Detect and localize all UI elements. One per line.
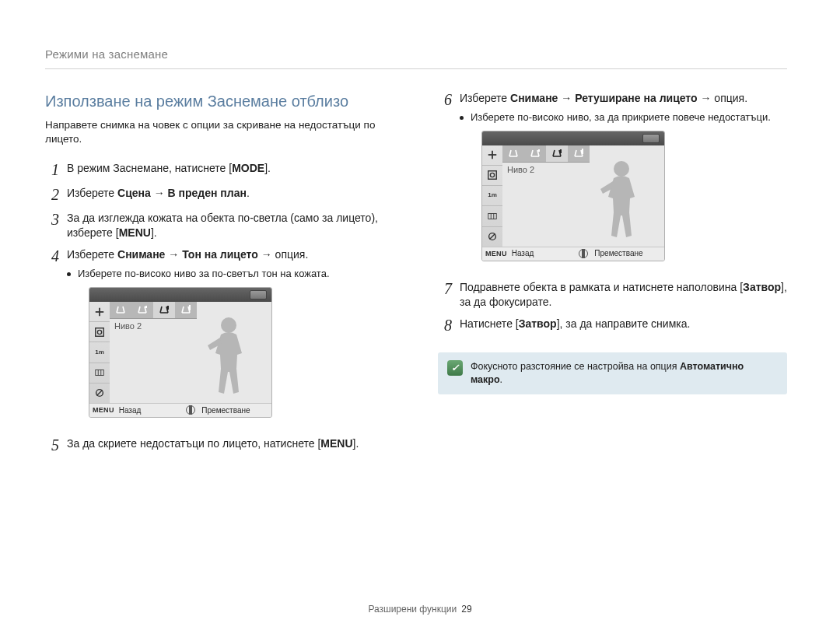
status-chip-icon: [250, 290, 267, 299]
svg-rect-4: [96, 370, 104, 376]
svg-line-21: [490, 234, 495, 240]
level-bar: [502, 145, 590, 163]
step-number: 6: [438, 91, 452, 271]
step-text: Подравнете обекта в рамката и натиснете …: [460, 281, 787, 308]
level-1-icon: [131, 302, 153, 318]
back-label: Назад: [119, 405, 142, 416]
step-number: 1: [45, 161, 59, 178]
lcd-main: 1m Ниво 2: [482, 145, 664, 247]
svg-rect-23: [560, 149, 562, 153]
svg-point-3: [97, 330, 101, 334]
step-text: Натиснете [Затвор], за да направите сним…: [460, 317, 690, 330]
svg-point-25: [614, 161, 629, 177]
svg-point-16: [490, 173, 494, 177]
page: Режими на заснемане Използване на режим …: [0, 0, 840, 634]
camera-screen: 1m Ниво 2: [89, 287, 272, 418]
intro-text: Направете снимка на човек с опции за скр…: [45, 118, 394, 146]
note-text: Фокусното разстояние се настройва на опц…: [471, 360, 778, 387]
step-number: 7: [438, 280, 452, 310]
bullet: Изберете по-високо ниво за по-светъл тон…: [67, 267, 394, 281]
shutter-button-label: Затвор: [519, 317, 557, 330]
svg-rect-15: [488, 171, 497, 180]
step-number: 4: [45, 247, 59, 428]
svg-rect-2: [96, 328, 104, 336]
svg-point-12: [221, 317, 236, 333]
level-0-icon: [110, 302, 131, 318]
column-left: Използване на режим Заснемане отблизо На…: [45, 91, 394, 461]
step-6: 6 Изберете Снимане → Ретуширане на лицет…: [438, 91, 787, 271]
subject-silhouette-icon: [203, 314, 254, 398]
lcd-canvas: Ниво 2: [110, 302, 271, 403]
svg-line-8: [97, 391, 103, 396]
section-title: Използване на режим Заснемане отблизо: [45, 91, 394, 112]
lcd-canvas: Ниво 2: [502, 145, 664, 247]
step-number: 5: [45, 436, 59, 454]
step-text: Изберете Снимане → Тон на лицето → опция…: [67, 248, 308, 261]
step-text: В режим Заснемане, натиснете [MODE].: [67, 162, 271, 174]
off-icon: [89, 384, 110, 403]
step-5: 5 За да скриете недостатъци по лицето, н…: [45, 436, 394, 454]
exposure-icon: [89, 302, 110, 322]
step-7: 7 Подравнете обекта в рамката и натиснет…: [438, 280, 787, 310]
move-label: Преместване: [594, 248, 642, 259]
step-3: 3 За да изглежда кожата на обекта по-све…: [45, 211, 394, 240]
distance-icon: 1m: [482, 186, 502, 206]
step-bullets: Изберете по-високо ниво за по-светъл тон…: [67, 267, 394, 281]
page-footer: Разширени функции 29: [0, 603, 840, 615]
lcd-top-bar: [89, 288, 271, 302]
level-3-icon: [568, 145, 590, 162]
nav-icon: [579, 249, 588, 258]
svg-rect-9: [145, 306, 147, 308]
menu-button-label: MENU: [119, 226, 151, 239]
face-detect-icon: [89, 322, 110, 342]
level-2-icon: [546, 145, 568, 162]
level-2-icon: [153, 302, 175, 318]
svg-rect-1: [99, 307, 100, 316]
lcd-bottom-bar: MENU Назад Преместване: [89, 403, 271, 417]
svg-rect-24: [582, 149, 583, 154]
step-2: 2 Изберете Сцена → В преден план.: [45, 186, 394, 203]
face-detect-icon: [482, 166, 502, 186]
step-number: 2: [45, 186, 59, 203]
step-1: 1 В режим Заснемане, натиснете [MODE].: [45, 161, 394, 178]
info-icon: ✓: [447, 360, 463, 376]
step-text: За да изглежда кожата на обекта по-светл…: [67, 212, 378, 239]
step-text: Изберете Сцена → В преден план.: [67, 187, 250, 199]
level-1-icon: [524, 145, 546, 162]
step-8: 8 Натиснете [Затвор], за да направите сн…: [438, 317, 787, 334]
off-icon: [482, 227, 502, 247]
grid-icon: [89, 363, 110, 384]
running-head: Режими на заснемане: [45, 47, 787, 69]
svg-rect-17: [488, 213, 497, 219]
lcd-sidebar: 1m: [89, 302, 110, 403]
level-bar: [110, 302, 197, 319]
lcd-bottom-bar: MENU Назад Преместване: [482, 247, 664, 261]
grid-icon: [482, 206, 502, 226]
footer-section: Разширени функции: [368, 603, 457, 615]
step-number: 8: [438, 317, 452, 334]
page-number: 29: [461, 603, 471, 615]
step-text: За да скриете недостатъци по лицето, нат…: [67, 437, 359, 450]
level-label: Ниво 2: [114, 321, 142, 332]
svg-rect-22: [538, 149, 540, 152]
exposure-icon: [482, 145, 502, 166]
level-3-icon: [175, 302, 197, 318]
level-label: Ниво 2: [507, 164, 534, 176]
shutter-button-label: Затвор: [743, 281, 781, 293]
menu-tag: MENU: [485, 249, 507, 258]
camera-screen: 1m Ниво 2: [481, 131, 665, 261]
menu-button-label: MENU: [320, 437, 352, 450]
lcd-main: 1m Ниво 2: [89, 302, 271, 403]
level-0-icon: [502, 145, 524, 162]
back-label: Назад: [512, 248, 534, 259]
subject-silhouette-icon: [596, 158, 647, 242]
svg-rect-10: [167, 306, 169, 310]
step-4: 4 Изберете Снимане → Тон на лицето → опц…: [45, 247, 394, 428]
lcd-sidebar: 1m: [482, 145, 502, 247]
step-number: 3: [45, 211, 59, 240]
step-bullets: Изберете по-високо ниво, за да прикриете…: [460, 110, 787, 124]
note-callout: ✓ Фокусното разстояние се настройва на о…: [438, 352, 787, 394]
bullet: Изберете по-високо ниво, за да прикриете…: [460, 110, 787, 124]
content-columns: Използване на режим Заснемане отблизо На…: [45, 91, 787, 461]
menu-tag: MENU: [93, 405, 114, 415]
